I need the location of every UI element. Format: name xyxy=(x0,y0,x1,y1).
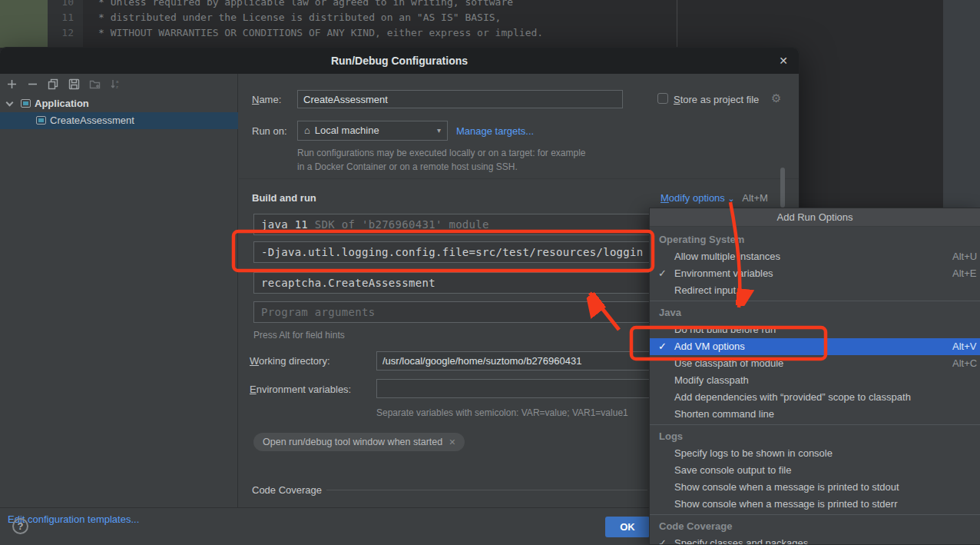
svg-text:a: a xyxy=(116,79,119,84)
sort-icon[interactable]: az xyxy=(110,78,121,90)
tree-group-label: Application xyxy=(35,95,89,112)
open-tool-window-tag[interactable]: Open run/debug tool window when started … xyxy=(253,433,465,451)
menu-item-label: Operating System xyxy=(659,234,744,245)
line-number: 11 xyxy=(48,10,74,25)
menu-item-shorten-command-line[interactable]: Shorten command line xyxy=(650,406,980,423)
menu-item-label: Specify logs to be shown in console xyxy=(674,447,833,459)
menu-item-label: Shorten command line xyxy=(674,408,774,420)
add-run-options-menu: Add Run Options Operating SystemAllow mu… xyxy=(649,208,980,545)
remove-icon[interactable] xyxy=(27,78,38,90)
editor-gutter xyxy=(0,0,48,48)
application-icon xyxy=(36,116,46,125)
line-number: 10 xyxy=(48,0,74,10)
menu-item-shortcut: Alt+C xyxy=(952,355,977,372)
modify-options-link[interactable]: Modify options ⌄ Alt+M xyxy=(661,192,768,204)
sidebar-item-createassessment[interactable]: CreateAssessment xyxy=(0,112,238,129)
working-directory-label: Working directory: xyxy=(250,355,330,367)
alt-hint: Press Alt for field hints xyxy=(253,330,345,341)
run-on-label: Run on: xyxy=(252,125,287,137)
run-on-combobox[interactable]: ⌂Local machine ▾ xyxy=(297,121,448,141)
close-icon[interactable]: ✕ xyxy=(774,53,793,68)
dialog-title: Run/Debug Configurations xyxy=(0,48,799,74)
store-as-project-file-label: Store as project file xyxy=(674,94,759,105)
code-coverage-divider xyxy=(326,490,647,490)
menu-item-shortcut: Alt+V xyxy=(952,338,976,355)
menu-separator xyxy=(650,424,980,425)
name-label: Name: xyxy=(252,94,281,105)
line-number: 12 xyxy=(48,25,74,41)
editor-right-panel xyxy=(943,0,980,209)
editor-wrap-guide xyxy=(677,0,677,48)
home-icon: ⌂ xyxy=(304,125,310,136)
menu-item-save-console-output-to-file[interactable]: Save console output to file xyxy=(650,462,980,479)
menu-item-do-not-build-before-run[interactable]: Do not build before run xyxy=(650,321,980,338)
store-as-project-file-checkbox[interactable] xyxy=(657,93,668,104)
menu-group-logs: Logs xyxy=(650,428,980,445)
code-line: * Unless required by applicable law or a… xyxy=(98,0,513,10)
menu-item-shortcut: Alt+U xyxy=(952,248,977,265)
remove-tag-icon[interactable]: ✕ xyxy=(449,437,455,447)
new-folder-icon[interactable] xyxy=(89,78,101,90)
help-button[interactable]: ? xyxy=(12,518,28,534)
ok-button[interactable]: OK xyxy=(605,517,650,537)
menu-item-specify-logs-to-be-shown-in-console[interactable]: Specify logs to be shown in console xyxy=(650,445,980,462)
caret-down-icon: ▾ xyxy=(437,121,441,140)
copy-icon[interactable] xyxy=(48,78,59,90)
menu-item-label: Logs xyxy=(659,430,683,442)
menu-item-label: Save console output to file xyxy=(674,464,792,476)
environment-variables-label: Environment variables: xyxy=(250,384,351,395)
jre-description: SDK of 'b276960431' module xyxy=(308,218,489,231)
menu-item-label: Allow multiple instances xyxy=(674,251,780,262)
gear-icon[interactable]: ⚙ xyxy=(771,91,781,105)
menu-item-label: Environment variables xyxy=(674,268,773,279)
sidebar-item-application[interactable]: Application xyxy=(0,95,238,112)
tag-label: Open run/debug tool window when started xyxy=(263,437,442,447)
add-icon[interactable] xyxy=(6,78,18,90)
menu-item-show-console-when-a-message-is-printed-to-stdout[interactable]: Show console when a message is printed t… xyxy=(650,479,980,496)
save-icon[interactable] xyxy=(68,78,80,90)
scrollbar-thumb[interactable] xyxy=(780,168,785,208)
menu-item-label: Show console when a message is printed t… xyxy=(674,498,898,510)
manage-targets-link[interactable]: Manage targets... xyxy=(456,125,534,137)
menu-item-allow-multiple-instances[interactable]: Allow multiple instancesAlt+U xyxy=(650,248,980,265)
menu-item-label: Add VM options xyxy=(674,341,745,352)
menu-item-label: Use classpath of module xyxy=(674,357,783,369)
menu-item-add-dependencies-with-provided-scope-to-classpath[interactable]: Add dependencies with “provided” scope t… xyxy=(650,389,980,406)
check-icon: ✓ xyxy=(658,338,672,355)
configurations-sidebar: az Application CreateAssessment Edit con… xyxy=(0,74,238,507)
menu-item-show-console-when-a-message-is-printed-to-stderr[interactable]: Show console when a message is printed t… xyxy=(650,496,980,513)
menu-item-specify-classes-and-packages[interactable]: ✓Specify classes and packages xyxy=(650,535,980,545)
run-on-hint-line1: Run configurations may be executed local… xyxy=(297,148,586,158)
code-coverage-header: Code Coverage xyxy=(252,484,322,496)
chevron-down-icon[interactable] xyxy=(6,99,14,107)
modify-options-shortcut: Alt+M xyxy=(742,192,768,204)
check-icon: ✓ xyxy=(658,535,672,545)
name-input[interactable] xyxy=(297,90,623,108)
menu-item-redirect-input[interactable]: Redirect input xyxy=(650,282,980,299)
menu-item-shortcut: Alt+E xyxy=(952,265,976,282)
section-divider xyxy=(239,178,799,179)
menu-item-add-vm-options[interactable]: ✓Add VM optionsAlt+V xyxy=(650,338,980,355)
chevron-down-icon: ⌄ xyxy=(727,194,734,203)
menu-group-java: Java xyxy=(650,304,980,321)
svg-text:z: z xyxy=(116,85,118,89)
tree-item-label: CreateAssessment xyxy=(50,112,134,129)
menu-item-environment-variables[interactable]: ✓Environment variablesAlt+E xyxy=(650,265,980,282)
menu-separator xyxy=(650,514,980,515)
menu-item-label: Java xyxy=(659,307,681,318)
menu-group-operating-system: Operating System xyxy=(650,231,980,248)
code-line: * WITHOUT WARRANTIES OR CONDITIONS OF AN… xyxy=(98,25,543,41)
menu-item-use-classpath-of-module[interactable]: Use classpath of moduleAlt+C xyxy=(650,355,980,372)
check-icon: ✓ xyxy=(658,265,672,282)
menu-item-modify-classpath[interactable]: Modify classpath xyxy=(650,372,980,389)
application-icon xyxy=(21,99,31,108)
run-on-value: Local machine xyxy=(315,125,379,136)
screen: 10* Unless required by applicable law or… xyxy=(0,0,980,545)
menu-item-label: Specify classes and packages xyxy=(674,537,808,545)
menu-separator xyxy=(650,301,980,301)
menu-item-label: Code Coverage xyxy=(659,520,732,532)
env-variables-hint: Separate variables with semicolon: VAR=v… xyxy=(376,407,628,418)
menu-item-label: Add dependencies with “provided” scope t… xyxy=(674,391,911,403)
menu-title: Add Run Options xyxy=(650,208,980,227)
jre-version: java 11 xyxy=(261,218,308,231)
